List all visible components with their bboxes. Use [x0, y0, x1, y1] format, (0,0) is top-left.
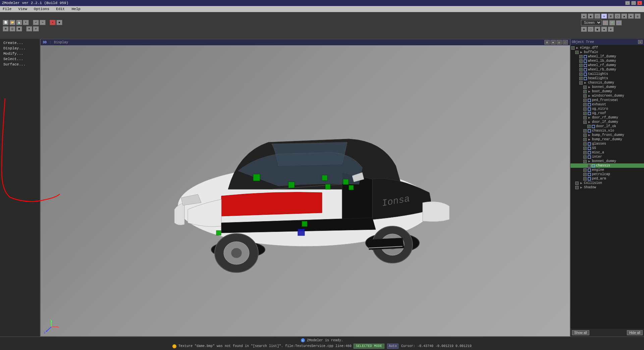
tree-checkbox-buffalo[interactable]: [575, 51, 579, 54]
tree-checkbox-engine[interactable]: [583, 168, 587, 172]
tree-item-bonnet_dummy[interactable]: bonnet_dummy: [571, 85, 644, 89]
tree-item-ug_nitro[interactable]: ug_nitro: [571, 107, 644, 111]
tree-checkbox-ped_frontseat[interactable]: [583, 99, 587, 102]
tb-undo-btn[interactable]: ↩: [33, 20, 39, 25]
tree-item-chassis_dummy[interactable]: chassis_dummy: [571, 81, 644, 85]
tree-item-misc_a[interactable]: misc_a: [571, 150, 644, 155]
tb-z-btn[interactable]: Z: [616, 20, 622, 26]
vp-icon-4[interactable]: □: [562, 40, 568, 45]
tb-grid-btn[interactable]: #: [33, 26, 39, 32]
tree-item-chassis_vlo[interactable]: chassis_vlo: [571, 129, 644, 133]
tree-item-ug_roof[interactable]: ug_roof: [571, 111, 644, 115]
tree-checkbox-bonnet_dummy2[interactable]: [583, 160, 587, 163]
tree-checkbox-wheel_lb_dummy[interactable]: [579, 59, 583, 63]
vp-icon-3[interactable]: ◎: [556, 40, 562, 45]
tree-checkbox-ped_arm[interactable]: [583, 177, 587, 181]
tree-checkbox-Collision[interactable]: [575, 182, 579, 185]
tree-checkbox-boot_dummy[interactable]: [583, 90, 587, 93]
tree-checkbox-door_rf_dummy[interactable]: [583, 116, 587, 119]
tree-item-exhaust[interactable]: exhaust: [571, 102, 644, 107]
tb-x-btn[interactable]: X: [602, 20, 608, 26]
tree-checkbox-Shadow[interactable]: [575, 186, 579, 189]
tree-item-Shadow[interactable]: Shadow: [571, 185, 644, 190]
tree-item-bonnet_dummy2[interactable]: bonnet_dummy: [571, 159, 644, 163]
tb-r4[interactable]: ✕: [601, 13, 607, 19]
menu-help[interactable]: Help: [70, 7, 82, 11]
viewport-canvas[interactable]: Ionsa X Y: [41, 45, 570, 336]
tree-item-bump_front_dummy[interactable]: bump_front_dummy: [571, 133, 644, 137]
tree-checkbox-chassis_vlo[interactable]: [583, 129, 587, 133]
menu-view[interactable]: View: [17, 7, 28, 11]
tb-new-btn[interactable]: 📄: [3, 20, 9, 25]
tb-view2-btn[interactable]: ◫: [9, 26, 15, 32]
tree-item-door_lf_ok[interactable]: door_lf_ok: [571, 124, 644, 129]
tb-s5[interactable]: ⊕: [608, 27, 614, 32]
tree-close-icon[interactable]: ×: [638, 40, 643, 44]
tree-item-headlights[interactable]: headlights: [571, 76, 644, 81]
tree-checkbox-elegy[interactable]: [571, 46, 575, 50]
menu-edit[interactable]: Edit: [55, 7, 66, 11]
tree-checkbox-ug_roof[interactable]: [583, 112, 587, 115]
tb-snap-btn[interactable]: ⊕: [26, 26, 32, 32]
tree-checkbox-door_lf_ok[interactable]: [587, 125, 591, 128]
close-button[interactable]: ×: [637, 1, 642, 5]
tree-item-buffalo[interactable]: buffalo: [571, 50, 644, 54]
tb-s3[interactable]: ▣: [594, 27, 600, 32]
screen-select[interactable]: Screen: [581, 20, 602, 26]
panel-surface[interactable]: Surface...: [1, 62, 39, 67]
tb-render-btn[interactable]: ◉: [56, 20, 62, 25]
tree-checkbox-SS[interactable]: [583, 147, 587, 150]
tree-checkbox-chassis_dummy[interactable]: [579, 81, 583, 85]
tree-item-wheel_rf_dummy[interactable]: wheel_rf_dummy: [571, 63, 644, 67]
tree-checkbox-windscreen_dummy[interactable]: [583, 94, 587, 98]
tree-checkbox-wheel_rb_dummy[interactable]: [579, 68, 583, 71]
tb-import-btn[interactable]: ⬇: [23, 20, 29, 25]
tree-checkbox-bump_rear_dummy[interactable]: [583, 138, 587, 141]
tree-item-wheel_rb_dummy[interactable]: wheel_rb_dummy: [571, 67, 644, 72]
tb-delete-btn[interactable]: ✕: [50, 20, 56, 25]
menu-options[interactable]: Options: [33, 7, 51, 11]
tree-item-wheel_lb_dummy[interactable]: wheel_lb_dummy: [571, 59, 644, 63]
tb-r5[interactable]: ⊞: [608, 13, 614, 19]
tree-item-boot_dummy[interactable]: boot_dummy: [571, 89, 644, 94]
tb-r7[interactable]: ▲: [621, 13, 627, 19]
tree-item-elegy[interactable]: elegy.dff: [571, 46, 644, 50]
tree-item-door_rf_dummy[interactable]: door_rf_dummy: [571, 115, 644, 120]
tree-checkbox-misc_a[interactable]: [583, 151, 587, 154]
tb-r2[interactable]: ◉: [588, 13, 594, 19]
tree-item-glasses[interactable]: glasses: [571, 142, 644, 146]
tree-item-taillights[interactable]: taillights: [571, 72, 644, 76]
tb-view1-btn[interactable]: ⊞: [3, 26, 9, 32]
tb-s4[interactable]: ◈: [601, 27, 607, 32]
tree-checkbox-chassis_sub[interactable]: [587, 164, 591, 167]
tree-checkbox-bonnet_dummy[interactable]: [583, 86, 587, 89]
tb-r3[interactable]: □: [594, 13, 600, 19]
tree-checkbox-ug_nitro[interactable]: [583, 107, 587, 111]
tb-view3-btn[interactable]: ▣: [16, 26, 22, 32]
minimize-button[interactable]: −: [625, 1, 630, 5]
vp-icon-1[interactable]: ⊞: [544, 40, 550, 45]
tb-save-btn[interactable]: 💾: [16, 20, 22, 25]
tree-item-windscreen_dummy[interactable]: windscreen_dummy: [571, 94, 644, 98]
tb-r1[interactable]: ◈: [581, 13, 587, 19]
tree-checkbox-petrolcap[interactable]: [583, 173, 587, 176]
tree-item-petrolcap[interactable]: petrolcap: [571, 172, 644, 177]
tree-item-Collision[interactable]: Collision: [571, 181, 644, 185]
tb-r8[interactable]: ●: [628, 13, 634, 19]
tree-item-inter[interactable]: inter: [571, 155, 644, 159]
menu-file[interactable]: File: [1, 7, 13, 11]
vp-icon-2[interactable]: ●: [550, 40, 556, 45]
tree-container[interactable]: elegy.dffbuffalowheel_lf_dummywheel_lb_d…: [571, 45, 644, 329]
tree-checkbox-inter[interactable]: [583, 155, 587, 159]
tree-item-chassis_sub[interactable]: chassis: [571, 163, 644, 168]
tree-checkbox-wheel_lf_dummy[interactable]: [579, 55, 583, 58]
viewport[interactable]: 3D | Display ⊞ ● ◎ □: [40, 39, 570, 337]
tree-item-engine[interactable]: engine: [571, 168, 644, 172]
tree-checkbox-bump_front_dummy[interactable]: [583, 134, 587, 137]
tree-item-door_lf_dummy[interactable]: door_lf_dummy: [571, 120, 644, 124]
hide-all-button[interactable]: Hide all: [627, 330, 643, 335]
tb-y-btn[interactable]: Y: [609, 20, 615, 26]
tb-s2[interactable]: □: [588, 27, 594, 32]
tree-checkbox-taillights[interactable]: [579, 72, 583, 76]
tb-r9[interactable]: ◎: [635, 13, 641, 19]
